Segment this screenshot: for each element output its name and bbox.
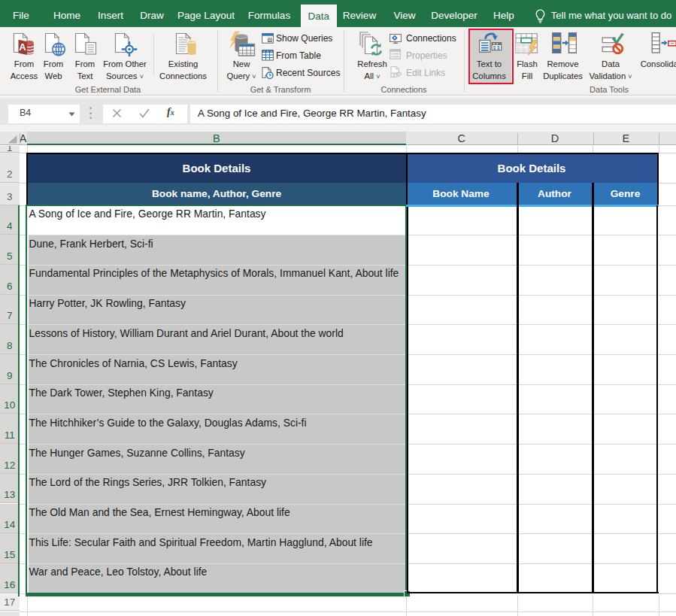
svg-text:A: A bbox=[19, 41, 26, 53]
